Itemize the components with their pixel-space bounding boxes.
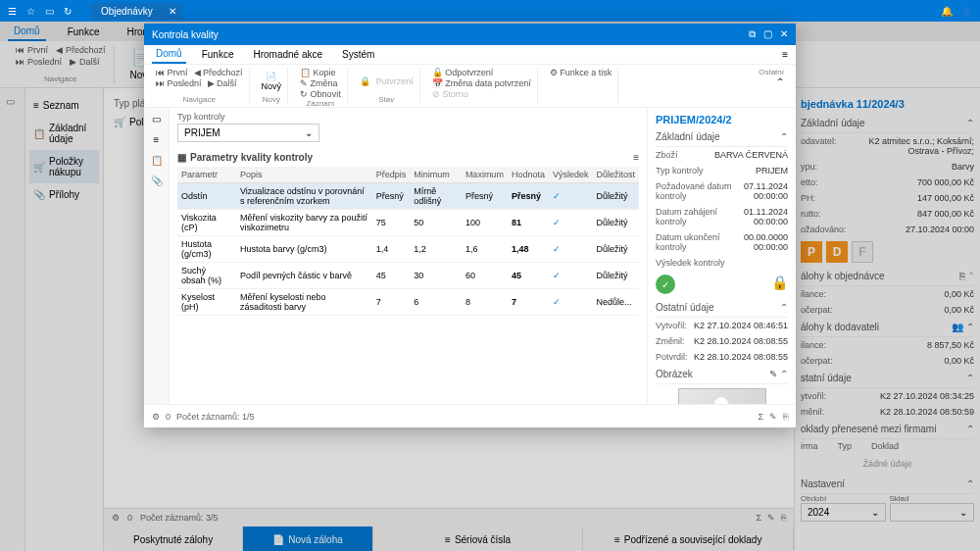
table-row[interactable]: Viskozita (cP)Měření viskozity barvy za … bbox=[177, 210, 639, 236]
dialog-title-text: Kontrola kvality bbox=[152, 29, 219, 40]
dialog-left-rail: ▭ ≡ 📋 📎 bbox=[144, 108, 170, 404]
dialog-ribbon: ⏮ První◀ Předchozí ⏭ Poslední▶ Další Nav… bbox=[144, 65, 796, 108]
d-unconfirm-button[interactable]: 🔓 Odpotvrzení bbox=[432, 68, 494, 77]
notification-icon[interactable]: 🔔 bbox=[941, 6, 953, 17]
d-section-ostatni[interactable]: Ostatní údaje⌃ bbox=[656, 298, 788, 318]
kv-row: Datum zahájení kontroly01.11.2024 00:00:… bbox=[656, 204, 788, 229]
panel-icon[interactable]: ▭ bbox=[152, 114, 161, 125]
d-change-button[interactable]: ✎ Změna bbox=[300, 78, 338, 88]
kv-row: Vytvořil:K2 27.10.2024 08:46:51 bbox=[656, 318, 788, 333]
table-row[interactable]: OdstínVizualizace odstínu v porovnání s … bbox=[177, 183, 639, 210]
export-icon[interactable]: ⎘ bbox=[783, 412, 788, 422]
dialog-ident: PRIJEM/2024/2 bbox=[656, 112, 788, 127]
column-header[interactable]: Výsledek bbox=[549, 167, 593, 183]
doc-icon[interactable]: 📋 bbox=[151, 155, 163, 166]
d-refresh-button[interactable]: ↻ Obnovit bbox=[300, 89, 341, 99]
list-icon[interactable]: ≡ bbox=[154, 134, 160, 145]
column-header[interactable]: Hodnota bbox=[508, 167, 549, 183]
d-prev-button[interactable]: ◀ Předchozí bbox=[194, 68, 243, 77]
dtab-hromadne[interactable]: Hromadné akce bbox=[249, 46, 326, 63]
column-header[interactable]: Popis bbox=[236, 167, 372, 183]
popout-icon[interactable]: ⧉ bbox=[749, 28, 756, 40]
kv-row: ZbožíBARVA ČERVENÁ bbox=[656, 147, 788, 163]
table-icon: ▦ bbox=[177, 152, 186, 163]
column-header[interactable]: Parametr bbox=[177, 167, 236, 183]
d-storno-button: ⊘ Storno bbox=[432, 89, 468, 99]
d-section-zakladni[interactable]: Základní údaje⌃ bbox=[656, 127, 788, 147]
d-copy-button[interactable]: 📋 Kopie bbox=[300, 68, 336, 77]
kv-row: Typ kontrolyPRIJEM bbox=[656, 163, 788, 178]
d-confirm-button: 🔒Potvrzení bbox=[360, 76, 414, 86]
dialog-tabs: Domů Funkce Hromadné akce Systém ≡ bbox=[144, 45, 796, 65]
column-header[interactable]: Důležitost bbox=[592, 167, 639, 183]
table-row[interactable]: Hustota (g/cm3)Hustota barvy (g/cm3)1,41… bbox=[177, 236, 639, 263]
d-records: Počet záznamů: 1/5 bbox=[176, 412, 255, 422]
params-header: ▦ Parametry kvality kontroly ≡ bbox=[177, 148, 639, 167]
d-funkce-button[interactable]: ⚙ Funkce a tisk bbox=[550, 68, 612, 77]
column-header[interactable]: Maximum bbox=[462, 167, 508, 183]
chevron-up-icon: ⌃ bbox=[780, 131, 788, 142]
kv-row: Změnil:K2 28.10.2024 08:08:55 bbox=[656, 333, 788, 349]
kv-row: Potvrdil:K2 28.10.2024 08:08:55 bbox=[656, 349, 788, 365]
d-last-button[interactable]: ⏭ Poslední bbox=[156, 78, 202, 88]
clip-icon[interactable]: 📎 bbox=[151, 175, 163, 186]
titlebar: ☰ ☆ ▭ ↻ Objednávky ✕ 🔔 👤 bbox=[0, 0, 980, 22]
typ-kontroly-dropdown[interactable]: PRIJEM⌄ bbox=[177, 124, 319, 142]
hamburger-icon[interactable]: ≡ bbox=[782, 49, 788, 60]
table-row[interactable]: Kyselost (pH)Měření kyselosti nebo zásad… bbox=[177, 289, 639, 316]
refresh-icon[interactable]: ↻ bbox=[64, 6, 72, 17]
window-icon[interactable]: ▭ bbox=[45, 6, 54, 17]
d-changedate-button[interactable]: 📅 Změna data potvrzení bbox=[432, 78, 531, 88]
column-header[interactable]: Minimum bbox=[410, 167, 462, 183]
result-ok-icon: ✓ bbox=[656, 275, 675, 294]
menu-icon[interactable]: ☰ bbox=[8, 6, 17, 17]
dialog: Kontrola kvality ⧉ ▢ ✕ Domů Funkce Hroma… bbox=[144, 24, 796, 427]
table-row[interactable]: Suchý obsah (%)Podíl pevných částic v ba… bbox=[177, 263, 639, 289]
dtab-system[interactable]: Systém bbox=[338, 46, 378, 63]
dtab-funkce[interactable]: Funkce bbox=[198, 46, 238, 63]
edit-icon[interactable]: ✎ bbox=[769, 412, 777, 422]
app-tab[interactable]: Objednávky ✕ bbox=[91, 3, 182, 20]
product-image bbox=[678, 388, 766, 404]
column-header[interactable]: Předpis bbox=[372, 167, 411, 183]
hamburger-icon[interactable]: ≡ bbox=[633, 152, 639, 163]
kv-row: Požadované datum kontroly07.11.2024 00:0… bbox=[656, 178, 788, 204]
user-icon[interactable]: 👤 bbox=[960, 6, 972, 17]
gear-icon[interactable]: ⚙ bbox=[152, 412, 160, 422]
d-section-obrazek[interactable]: Obrázek✎ ⌃ bbox=[656, 365, 788, 384]
params-table: ParametrPopisPředpisMinimumMaximumHodnot… bbox=[177, 167, 639, 316]
dialog-titlebar: Kontrola kvality ⧉ ▢ ✕ bbox=[144, 24, 796, 45]
d-next-button[interactable]: ▶ Další bbox=[208, 78, 237, 88]
chevron-up-icon: ⌃ bbox=[780, 302, 788, 313]
d-count: 0 bbox=[166, 412, 171, 422]
dialog-main: Typ kontroly PRIJEM⌄ ▦ Parametry kvality… bbox=[170, 108, 647, 404]
maximize-icon[interactable]: ▢ bbox=[763, 28, 772, 40]
chevron-up-icon[interactable]: ⌃ bbox=[759, 76, 784, 87]
d-first-button[interactable]: ⏮ První bbox=[156, 68, 188, 77]
close-icon[interactable]: ✕ bbox=[780, 28, 788, 40]
lock-icon: 🔒 bbox=[771, 275, 788, 294]
dialog-footer: ⚙ 0 Počet záznamů: 1/5 Σ ✎ ⎘ bbox=[144, 404, 796, 427]
kv-row: Datum ukončení kontroly00.00.0000 00:00:… bbox=[656, 229, 788, 255]
dtab-domu[interactable]: Domů bbox=[152, 45, 186, 64]
close-icon[interactable]: ✕ bbox=[169, 6, 176, 17]
tab-title: Objednávky bbox=[101, 6, 153, 17]
titlebar-icons: ☰ ☆ ▭ ↻ bbox=[8, 6, 72, 17]
dialog-right-panel: PRIJEM/2024/2 Základní údaje⌃ ZbožíBARVA… bbox=[647, 108, 796, 404]
star-icon[interactable]: ☆ bbox=[26, 6, 35, 17]
sum-icon[interactable]: Σ bbox=[758, 412, 763, 422]
d-new-button[interactable]: 📄Nový bbox=[262, 72, 282, 91]
chevron-down-icon: ⌄ bbox=[305, 127, 313, 138]
typ-kontroly-label: Typ kontroly bbox=[177, 112, 639, 122]
kv-row: Výsledek kontroly bbox=[656, 255, 788, 271]
